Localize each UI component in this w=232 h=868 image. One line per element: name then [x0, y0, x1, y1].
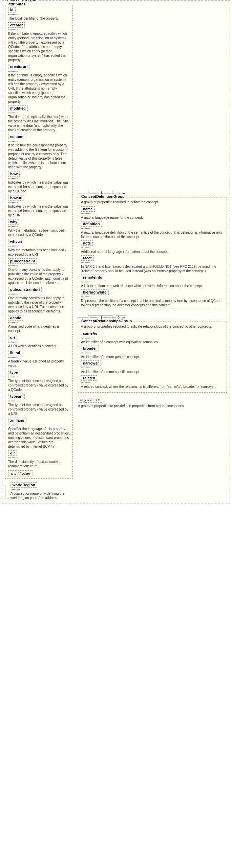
attr-label-type: type: [8, 370, 20, 375]
attr-desc-whyuri: Why the metadata has been included - exp…: [8, 248, 66, 256]
cdef-item-hierarchyinfo: hierarchyInfo ▪▪▪▪▪▪▪▪ Represents the po…: [81, 289, 224, 307]
attr-item-qcode: qcode ▪▪▪▪▪▪▪▪ A qualified code which id…: [8, 315, 70, 333]
concept-rel-group-section: ─── ┤├ ─── 0...∞ ConceptRelationshipsGro…: [78, 315, 227, 393]
cdef-label-name: name: [81, 206, 95, 212]
attr-item-typeuri: typeuri ▪▪▪▪▪▪▪▪ The type of the concept…: [8, 394, 70, 416]
attr-desc-how: Indicates by which means the value was e…: [8, 181, 68, 193]
concept-rel-group-desc: A group of properties required to indica…: [81, 324, 224, 329]
cdef-label-remoteinfo: remoteInfo: [81, 275, 104, 280]
attr-dots-whyuri: ▪▪▪▪▪▪▪▪: [8, 244, 70, 248]
attr-item-whyuri: whyuri ▪▪▪▪▪▪▪▪ Why the metadata has bee…: [8, 239, 70, 257]
attr-label-dir: dir: [8, 450, 17, 456]
crel-label-sameas: sameAs: [81, 331, 99, 336]
cdef-desc-hierarchyinfo: Represents the position of a concept in …: [81, 299, 222, 307]
crel-dots-related: ▪▪▪▪▪▪▪▪: [81, 381, 224, 384]
cdef-item-remoteinfo: remoteInfo ▪▪▪▪▪▪▪▪ A link to an item or…: [81, 275, 224, 288]
attr-item-why: why ▪▪▪▪▪▪▪▪ Why the metadata has been i…: [8, 219, 70, 237]
concept-rel-group-title: ConceptRelationshipsGroup: [80, 319, 133, 323]
page-wrapper: FlexTPropType attributes id ▪▪▪▪▪▪▪▪ The…: [0, 0, 232, 503]
attr-label-uri: uri: [8, 335, 17, 340]
attr-label-typeuri: typeuri: [8, 394, 25, 399]
cdef-desc-facet: In NAR 2.8 and later, facet is deprecate…: [81, 265, 216, 273]
crel-desc-broader: An identifier of a more generic concept.: [81, 355, 140, 359]
any-other-bottom-desc: A group of properties to pre-defined pro…: [78, 404, 227, 408]
attr-label-qcode: qcode: [8, 315, 23, 321]
attr-dots-uri: ▪▪▪▪▪▪▪▪: [8, 340, 70, 344]
attr-label-whyuri: whyuri: [8, 239, 24, 244]
cdef-dots-note: ▪▪▪▪▪▪▪▪: [81, 246, 224, 250]
attr-item-xmllang: xmllang ▪▪▪▪▪▪▪▪ Specifier the language …: [8, 418, 70, 449]
world-region-desc: A concept or name only defining the worl…: [10, 492, 64, 500]
world-region-label: worldRegion: [10, 482, 37, 488]
cdef-dots-facet: ▪▪▪▪▪▪▪▪: [81, 261, 224, 264]
attr-item-uri: uri ▪▪▪▪▪▪▪▪ A URI which identifies a co…: [8, 335, 70, 348]
any-other-label: any ##other: [8, 470, 33, 476]
left-column: attributes id ▪▪▪▪▪▪▪▪ The local identif…: [5, 5, 73, 500]
attr-label-why: why: [8, 219, 19, 225]
any-other-bottom-section: any ##other A group of properties to pre…: [78, 397, 227, 408]
crel-dots-sameas: ▪▪▪▪▪▪▪▪: [81, 336, 224, 340]
attr-desc-why: Why the metadata has been included - exp…: [8, 229, 66, 237]
cdef-item-name: name ▪▪▪▪▪▪▪▪ A natural language name fo…: [81, 206, 224, 220]
attr-label-creatoruri: creatoruri: [8, 64, 29, 69]
concept-def-group-desc: A group of properties required to define…: [81, 200, 224, 204]
cdef-item-facet: facet ▪▪▪▪▪▪▪▪ In NAR 2.8 and later, fac…: [81, 255, 224, 273]
attr-item-pubconstraint: pubconstraint ▪▪▪▪▪▪▪▪ One or many const…: [8, 258, 70, 285]
attr-dots-literal: ▪▪▪▪▪▪▪▪: [8, 355, 70, 359]
concept-rel-group-box: ConceptRelationshipsGroup A group of pro…: [78, 322, 227, 393]
concept-def-group-title: ConceptDefinitionGroup: [80, 194, 126, 198]
crel-label-related: related: [81, 375, 97, 381]
attr-dots-howuri: ▪▪▪▪▪▪▪▪: [8, 201, 70, 204]
attr-item-id: id ▪▪▪▪▪▪▪▪ The local identifier of the …: [8, 7, 70, 21]
cdef-dots-hierarchyinfo: ▪▪▪▪▪▪▪▪: [81, 295, 224, 299]
attr-item-howuri: howuri ▪▪▪▪▪▪▪▪ Indicates by which means…: [8, 195, 70, 217]
cdef-label-facet: facet: [81, 255, 94, 261]
attr-desc-pubconstraint: One or many constraints that apply to pu…: [8, 268, 68, 285]
cdef-dots-remoteinfo: ▪▪▪▪▪▪▪▪: [81, 280, 224, 284]
crel-item-broader: broader ▪▪▪▪▪▪▪▪ An identifier of a more…: [81, 346, 224, 359]
world-region-section: worldRegion ▪▪▪▪▪▪▪▪ A concept or name o…: [5, 482, 73, 500]
attr-dots-how: ▪▪▪▪▪▪▪▪: [8, 177, 70, 180]
attr-label-literal: literal: [8, 350, 22, 355]
attr-item-literal: literal ▪▪▪▪▪▪▪▪ A freetext value assign…: [8, 350, 70, 368]
cdef-desc-remoteinfo: A link to an item or a web resource whic…: [81, 284, 203, 288]
attr-item-modified: modified ▪▪▪▪▪▪▪▪ The date (and, optiona…: [8, 105, 70, 132]
attr-label-id: id: [8, 7, 16, 13]
attr-desc-type: The type of the concept assigned as cont…: [8, 379, 68, 392]
attr-label-pubconstraint: pubconstraint: [8, 258, 37, 264]
any-other-bottom-label: any ##other: [78, 397, 102, 403]
attr-dots-dir: ▪▪▪▪▪▪▪▪: [8, 456, 70, 460]
attributes-box: attributes id ▪▪▪▪▪▪▪▪ The local identif…: [5, 5, 73, 479]
attr-dots-pubconstraint: ▪▪▪▪▪▪▪▪: [8, 264, 70, 267]
world-region-dots: ▪▪▪▪▪▪▪▪: [10, 488, 73, 491]
attr-label-custom: custom: [8, 134, 25, 139]
cdef-dots-definition: ▪▪▪▪▪▪▪▪: [81, 227, 224, 230]
cdef-desc-name: A natural language name for the concept.: [81, 216, 143, 219]
crel-item-sameas: sameAs ▪▪▪▪▪▪▪▪ An identifier of a conce…: [81, 331, 224, 344]
attr-desc-id: The local identifier of the property.: [8, 17, 59, 20]
attr-desc-uri: A URI which identifies a concept.: [8, 344, 58, 348]
attr-dots-creatoruri: ▪▪▪▪▪▪▪▪: [8, 69, 70, 73]
attr-label-howuri: howuri: [8, 195, 24, 201]
attr-dots-qcode: ▪▪▪▪▪▪▪▪: [8, 321, 70, 324]
attributes-box-title: attributes: [7, 2, 26, 6]
attr-desc-modified: The date (and, optionally, the time) whe…: [8, 115, 69, 132]
attr-desc-literal: A freetext value assigned as property va…: [8, 359, 64, 368]
attr-dots-id: ▪▪▪▪▪▪▪▪: [8, 13, 70, 16]
crel-desc-sameas: An identifier of a concept with equivale…: [81, 340, 159, 344]
attr-item-pubconstrainturi: pubconstrainturi ▪▪▪▪▪▪▪▪ One or many co…: [8, 287, 70, 313]
cdef-label-definition: definition: [81, 221, 102, 227]
crel-item-related: related ▪▪▪▪▪▪▪▪ A related concept, wher…: [81, 375, 224, 389]
attr-desc-creator: If the attribute is empty, specifies whi…: [8, 32, 67, 62]
crel-dots-broader: ▪▪▪▪▪▪▪▪: [81, 351, 224, 355]
attr-desc-xmllang: Specifier the language of this property …: [8, 427, 70, 448]
attr-dots-why: ▪▪▪▪▪▪▪▪: [8, 225, 70, 228]
attr-label-creator: creator: [8, 22, 25, 28]
cdef-label-hierarchyinfo: hierarchyInfo: [81, 289, 109, 295]
cdef-item-note: note ▪▪▪▪▪▪▪▪ Additional natural languag…: [81, 240, 224, 254]
attr-desc-typeuri: The type of the concept assigned as cont…: [8, 403, 68, 416]
concept-def-group-box: ConceptDefinitionGroup A group of proper…: [78, 197, 227, 311]
attr-desc-dir: The directionality of textual content (e…: [8, 460, 61, 468]
attr-label-xmllang: xmllang: [8, 418, 26, 423]
crel-item-narrower: narrower ▪▪▪▪▪▪▪▪ An identifier of a mor…: [81, 360, 224, 374]
